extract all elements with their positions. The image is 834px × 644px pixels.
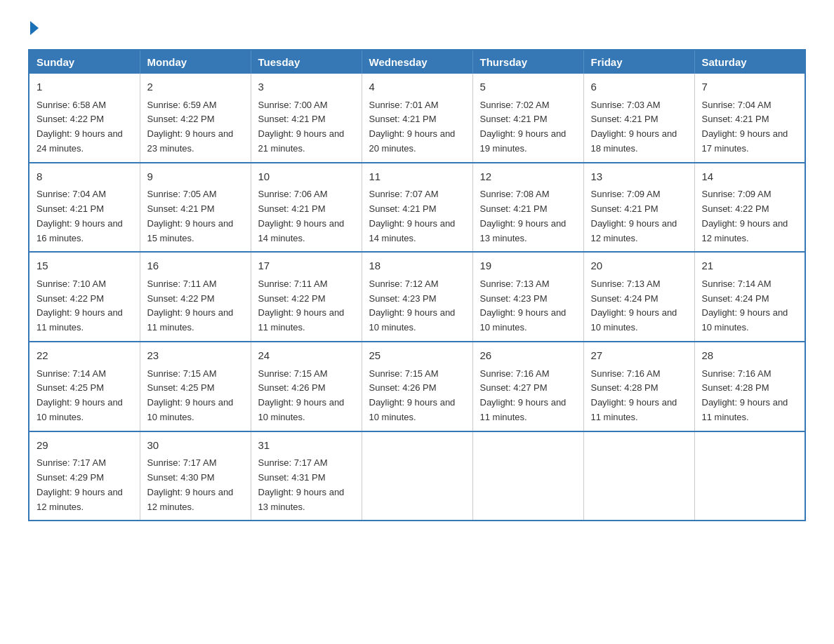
day-number: 13	[591, 169, 687, 185]
calendar-cell: 1Sunrise: 6:58 AMSunset: 4:22 PMDaylight…	[29, 74, 140, 163]
day-number: 24	[258, 348, 355, 364]
weekday-header-sunday: Sunday	[29, 50, 140, 74]
day-number: 17	[258, 258, 355, 274]
day-number: 28	[702, 348, 798, 364]
weekday-header-row: SundayMondayTuesdayWednesdayThursdayFrid…	[29, 50, 805, 74]
day-number: 25	[369, 348, 465, 364]
day-number: 23	[147, 348, 244, 364]
day-info: Sunrise: 7:08 AMSunset: 4:21 PMDaylight:…	[480, 187, 576, 246]
day-number: 5	[480, 79, 576, 95]
calendar-cell: 12Sunrise: 7:08 AMSunset: 4:21 PMDayligh…	[472, 163, 583, 253]
page-header	[28, 21, 806, 35]
calendar-cell: 30Sunrise: 7:17 AMSunset: 4:30 PMDayligh…	[140, 431, 251, 521]
calendar-cell: 17Sunrise: 7:11 AMSunset: 4:22 PMDayligh…	[251, 252, 362, 342]
day-number: 29	[37, 438, 133, 454]
day-info: Sunrise: 7:16 AMSunset: 4:28 PMDaylight:…	[702, 367, 798, 425]
day-info: Sunrise: 7:15 AMSunset: 4:26 PMDaylight:…	[258, 367, 355, 425]
day-info: Sunrise: 7:16 AMSunset: 4:27 PMDaylight:…	[480, 367, 576, 425]
day-number: 6	[591, 79, 687, 95]
calendar-cell: 27Sunrise: 7:16 AMSunset: 4:28 PMDayligh…	[583, 342, 694, 431]
day-info: Sunrise: 7:03 AMSunset: 4:21 PMDaylight:…	[591, 98, 687, 156]
weekday-header-wednesday: Wednesday	[362, 50, 472, 74]
day-number: 8	[37, 169, 133, 185]
day-number: 19	[480, 258, 576, 274]
day-number: 2	[147, 79, 244, 95]
day-info: Sunrise: 6:59 AMSunset: 4:22 PMDaylight:…	[147, 98, 244, 156]
calendar-cell: 23Sunrise: 7:15 AMSunset: 4:25 PMDayligh…	[140, 342, 251, 431]
calendar-cell	[583, 431, 694, 521]
day-info: Sunrise: 7:13 AMSunset: 4:23 PMDaylight:…	[480, 277, 576, 335]
day-info: Sunrise: 7:16 AMSunset: 4:28 PMDaylight:…	[591, 367, 687, 425]
week-row-3: 15Sunrise: 7:10 AMSunset: 4:22 PMDayligh…	[29, 252, 805, 342]
calendar-cell: 4Sunrise: 7:01 AMSunset: 4:21 PMDaylight…	[362, 74, 472, 163]
day-number: 10	[258, 169, 355, 185]
day-number: 27	[591, 348, 687, 364]
week-row-5: 29Sunrise: 7:17 AMSunset: 4:29 PMDayligh…	[29, 431, 805, 521]
day-number: 20	[591, 258, 687, 274]
day-info: Sunrise: 7:11 AMSunset: 4:22 PMDaylight:…	[258, 277, 355, 335]
day-info: Sunrise: 7:10 AMSunset: 4:22 PMDaylight:…	[37, 277, 133, 335]
day-number: 22	[37, 348, 133, 364]
day-info: Sunrise: 7:07 AMSunset: 4:21 PMDaylight:…	[369, 187, 465, 246]
day-info: Sunrise: 7:02 AMSunset: 4:21 PMDaylight:…	[480, 98, 576, 156]
weekday-header-friday: Friday	[583, 50, 694, 74]
weekday-header-thursday: Thursday	[472, 50, 583, 74]
calendar-cell: 15Sunrise: 7:10 AMSunset: 4:22 PMDayligh…	[29, 252, 140, 342]
calendar-cell: 31Sunrise: 7:17 AMSunset: 4:31 PMDayligh…	[251, 431, 362, 521]
weekday-header-saturday: Saturday	[694, 50, 805, 74]
day-number: 1	[37, 79, 133, 95]
calendar-cell: 7Sunrise: 7:04 AMSunset: 4:21 PMDaylight…	[694, 74, 805, 163]
calendar-cell: 16Sunrise: 7:11 AMSunset: 4:22 PMDayligh…	[140, 252, 251, 342]
day-info: Sunrise: 7:15 AMSunset: 4:26 PMDaylight:…	[369, 367, 465, 425]
day-info: Sunrise: 7:17 AMSunset: 4:29 PMDaylight:…	[37, 456, 133, 514]
calendar-cell: 13Sunrise: 7:09 AMSunset: 4:21 PMDayligh…	[583, 163, 694, 253]
calendar-cell	[472, 431, 583, 521]
day-number: 15	[37, 258, 133, 274]
weekday-header-tuesday: Tuesday	[251, 50, 362, 74]
day-number: 9	[147, 169, 244, 185]
day-number: 4	[369, 79, 465, 95]
day-info: Sunrise: 7:17 AMSunset: 4:31 PMDaylight:…	[258, 456, 355, 514]
day-info: Sunrise: 7:14 AMSunset: 4:24 PMDaylight:…	[702, 277, 798, 335]
day-info: Sunrise: 7:05 AMSunset: 4:21 PMDaylight:…	[147, 187, 244, 246]
calendar-cell	[362, 431, 472, 521]
day-info: Sunrise: 7:15 AMSunset: 4:25 PMDaylight:…	[147, 367, 244, 425]
week-row-2: 8Sunrise: 7:04 AMSunset: 4:21 PMDaylight…	[29, 163, 805, 253]
day-number: 16	[147, 258, 244, 274]
day-number: 3	[258, 79, 355, 95]
calendar-cell: 14Sunrise: 7:09 AMSunset: 4:22 PMDayligh…	[694, 163, 805, 253]
calendar-cell: 5Sunrise: 7:02 AMSunset: 4:21 PMDaylight…	[472, 74, 583, 163]
day-number: 26	[480, 348, 576, 364]
week-row-1: 1Sunrise: 6:58 AMSunset: 4:22 PMDaylight…	[29, 74, 805, 163]
day-info: Sunrise: 7:04 AMSunset: 4:21 PMDaylight:…	[37, 187, 133, 246]
calendar-cell: 19Sunrise: 7:13 AMSunset: 4:23 PMDayligh…	[472, 252, 583, 342]
calendar-cell: 24Sunrise: 7:15 AMSunset: 4:26 PMDayligh…	[251, 342, 362, 431]
logo	[28, 21, 39, 35]
day-info: Sunrise: 7:01 AMSunset: 4:21 PMDaylight:…	[369, 98, 465, 156]
day-info: Sunrise: 7:04 AMSunset: 4:21 PMDaylight:…	[702, 98, 798, 156]
day-info: Sunrise: 7:09 AMSunset: 4:21 PMDaylight:…	[591, 187, 687, 246]
day-number: 7	[702, 79, 798, 95]
day-info: Sunrise: 7:13 AMSunset: 4:24 PMDaylight:…	[591, 277, 687, 335]
calendar-cell: 18Sunrise: 7:12 AMSunset: 4:23 PMDayligh…	[362, 252, 472, 342]
day-info: Sunrise: 6:58 AMSunset: 4:22 PMDaylight:…	[37, 98, 133, 156]
day-number: 12	[480, 169, 576, 185]
day-number: 31	[258, 438, 355, 454]
day-info: Sunrise: 7:12 AMSunset: 4:23 PMDaylight:…	[369, 277, 465, 335]
day-number: 14	[702, 169, 798, 185]
day-info: Sunrise: 7:09 AMSunset: 4:22 PMDaylight:…	[702, 187, 798, 246]
day-info: Sunrise: 7:06 AMSunset: 4:21 PMDaylight:…	[258, 187, 355, 246]
logo-arrow-icon	[30, 21, 39, 35]
calendar-cell: 3Sunrise: 7:00 AMSunset: 4:21 PMDaylight…	[251, 74, 362, 163]
calendar-cell: 21Sunrise: 7:14 AMSunset: 4:24 PMDayligh…	[694, 252, 805, 342]
calendar-cell: 10Sunrise: 7:06 AMSunset: 4:21 PMDayligh…	[251, 163, 362, 253]
calendar-cell: 11Sunrise: 7:07 AMSunset: 4:21 PMDayligh…	[362, 163, 472, 253]
day-info: Sunrise: 7:00 AMSunset: 4:21 PMDaylight:…	[258, 98, 355, 156]
day-number: 18	[369, 258, 465, 274]
calendar-cell: 25Sunrise: 7:15 AMSunset: 4:26 PMDayligh…	[362, 342, 472, 431]
week-row-4: 22Sunrise: 7:14 AMSunset: 4:25 PMDayligh…	[29, 342, 805, 431]
day-info: Sunrise: 7:11 AMSunset: 4:22 PMDaylight:…	[147, 277, 244, 335]
day-number: 30	[147, 438, 244, 454]
weekday-header-monday: Monday	[140, 50, 251, 74]
calendar-cell: 6Sunrise: 7:03 AMSunset: 4:21 PMDaylight…	[583, 74, 694, 163]
